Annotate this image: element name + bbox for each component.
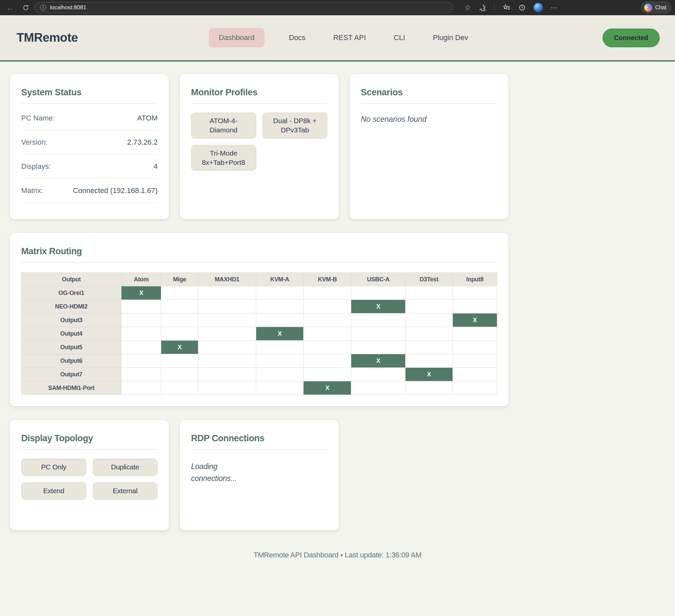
matrix-cell-og-orei1-mige[interactable] <box>161 286 198 300</box>
matrix-row-label: Output5 <box>21 340 122 354</box>
matrix-col-usbc-a: USBC-A <box>351 273 405 286</box>
matrix-cell-sam-hdmi1-port-maxhd1[interactable] <box>198 381 256 395</box>
back-icon[interactable]: ← <box>3 3 17 12</box>
system-status-title: System Status <box>21 87 158 103</box>
url-text: localhost:8081 <box>50 4 86 11</box>
matrix-cell-sam-hdmi1-port-d3test[interactable] <box>405 381 453 395</box>
rdp-loading-text: Loading connections... <box>191 461 246 484</box>
matrix-cell-output7-input8[interactable] <box>453 368 497 381</box>
matrix-cell-neo-hdmi2-usbc-a[interactable]: X <box>351 300 405 313</box>
matrix-cell-output7-kvm-a[interactable] <box>256 368 304 381</box>
copilot-chat-button[interactable]: Chat <box>641 1 672 14</box>
nav-item-rest-api[interactable]: REST API <box>330 28 369 47</box>
address-bar[interactable]: i localhost:8081 <box>34 2 453 13</box>
toolbar-divider <box>494 4 495 11</box>
matrix-cell-output6-d3test[interactable] <box>405 354 453 368</box>
matrix-cell-output7-usbc-a[interactable] <box>351 368 405 381</box>
topology-button-extend[interactable]: Extend <box>21 482 86 500</box>
matrix-cell-output6-atom[interactable] <box>121 354 161 368</box>
matrix-cell-output3-d3test[interactable] <box>405 313 453 327</box>
history-icon[interactable] <box>518 4 526 11</box>
matrix-cell-output6-usbc-a[interactable]: X <box>351 354 405 368</box>
matrix-cell-og-orei1-maxhd1[interactable] <box>198 286 256 300</box>
matrix-cell-output5-d3test[interactable] <box>405 340 453 354</box>
profile-button-dual-dp8k-dpv3tab[interactable]: Dual - DP8k + DPv3Tab <box>262 112 328 139</box>
matrix-cell-output6-kvm-a[interactable] <box>256 354 304 368</box>
matrix-cell-output4-atom[interactable] <box>121 327 161 340</box>
matrix-cell-output5-kvm-b[interactable] <box>304 340 351 354</box>
matrix-cell-og-orei1-input8[interactable] <box>453 286 497 300</box>
matrix-cell-output7-kvm-b[interactable] <box>304 368 351 381</box>
matrix-cell-neo-hdmi2-kvm-a[interactable] <box>256 300 304 313</box>
matrix-cell-neo-hdmi2-input8[interactable] <box>453 300 497 313</box>
matrix-cell-neo-hdmi2-kvm-b[interactable] <box>304 300 351 313</box>
matrix-cell-output7-atom[interactable] <box>121 368 161 381</box>
matrix-cell-output6-mige[interactable] <box>161 354 198 368</box>
browser-menu-icon[interactable]: ⋯ <box>551 4 558 12</box>
matrix-cell-og-orei1-usbc-a[interactable] <box>351 286 405 300</box>
matrix-cell-neo-hdmi2-maxhd1[interactable] <box>198 300 256 313</box>
connection-status-badge: Connected <box>602 28 660 47</box>
profile-button-tri-mode-8x-tab-port8[interactable]: Tri-Mode 8x+Tab+Port8 <box>191 145 256 171</box>
matrix-cell-output4-input8[interactable] <box>453 327 497 340</box>
matrix-cell-output5-usbc-a[interactable] <box>351 340 405 354</box>
matrix-cell-neo-hdmi2-atom[interactable] <box>121 300 161 313</box>
matrix-cell-sam-hdmi1-port-usbc-a[interactable] <box>351 381 405 395</box>
matrix-cell-output3-kvm-b[interactable] <box>304 313 351 327</box>
matrix-cell-output5-kvm-a[interactable] <box>256 340 304 354</box>
matrix-cell-output3-kvm-a[interactable] <box>256 313 304 327</box>
matrix-cell-output3-atom[interactable] <box>121 313 161 327</box>
refresh-icon[interactable] <box>22 4 29 11</box>
matrix-cell-og-orei1-d3test[interactable] <box>405 286 453 300</box>
matrix-cell-output4-kvm-b[interactable] <box>304 327 351 340</box>
topology-button-pc-only[interactable]: PC Only <box>21 458 86 476</box>
matrix-cell-output6-kvm-b[interactable] <box>304 354 351 368</box>
dashboard-content: System Status PC Name:ATOMVersion:2.73.2… <box>10 74 509 530</box>
nav-item-dashboard[interactable]: Dashboard <box>209 28 265 47</box>
matrix-cell-output6-input8[interactable] <box>453 354 497 368</box>
matrix-cell-output4-kvm-a[interactable]: X <box>256 327 304 340</box>
matrix-cell-output3-usbc-a[interactable] <box>351 313 405 327</box>
topology-button-external[interactable]: External <box>93 482 158 500</box>
nav-item-docs[interactable]: Docs <box>286 28 309 47</box>
matrix-cell-output4-usbc-a[interactable] <box>351 327 405 340</box>
matrix-cell-output7-maxhd1[interactable] <box>198 368 256 381</box>
matrix-cell-og-orei1-kvm-a[interactable] <box>256 286 304 300</box>
matrix-cell-output5-mige[interactable]: X <box>161 340 198 354</box>
matrix-cell-output5-atom[interactable] <box>121 340 161 354</box>
nav-item-plugin-dev[interactable]: Plugin Dev <box>430 28 471 47</box>
matrix-cell-output4-mige[interactable] <box>161 327 198 340</box>
system-status-rows: PC Name:ATOMVersion:2.73.26.2Displays:4M… <box>21 106 158 203</box>
main-nav: DashboardDocsREST APICLIPlugin Dev <box>209 28 471 47</box>
nav-item-cli[interactable]: CLI <box>390 28 408 47</box>
matrix-cell-output4-maxhd1[interactable] <box>198 327 256 340</box>
matrix-cell-output3-maxhd1[interactable] <box>198 313 256 327</box>
matrix-cell-output3-mige[interactable] <box>161 313 198 327</box>
matrix-cell-sam-hdmi1-port-atom[interactable] <box>121 381 161 395</box>
matrix-cell-sam-hdmi1-port-kvm-a[interactable] <box>256 381 304 395</box>
matrix-cell-output5-input8[interactable] <box>453 340 497 354</box>
matrix-col-kvm-b: KVM-B <box>304 273 351 286</box>
site-info-icon[interactable]: i <box>40 5 46 11</box>
extensions-icon[interactable] <box>479 4 486 11</box>
profile-avatar[interactable] <box>534 3 543 12</box>
favorites-bar-icon[interactable] <box>503 4 511 12</box>
matrix-row-og-orei1: OG-Orei1X <box>21 286 497 300</box>
matrix-row-label: Output3 <box>21 313 122 327</box>
matrix-cell-sam-hdmi1-port-mige[interactable] <box>161 381 198 395</box>
profile-button-atom-4-diamond[interactable]: ATOM-4-Diamond <box>191 112 256 139</box>
matrix-cell-output7-mige[interactable] <box>161 368 198 381</box>
matrix-cell-og-orei1-kvm-b[interactable] <box>304 286 351 300</box>
matrix-cell-output3-input8[interactable]: X <box>453 313 497 327</box>
matrix-cell-neo-hdmi2-d3test[interactable] <box>405 300 453 313</box>
matrix-cell-output4-d3test[interactable] <box>405 327 453 340</box>
matrix-cell-output6-maxhd1[interactable] <box>198 354 256 368</box>
matrix-cell-output7-d3test[interactable]: X <box>405 368 453 381</box>
matrix-cell-neo-hdmi2-mige[interactable] <box>161 300 198 313</box>
matrix-cell-og-orei1-atom[interactable]: X <box>121 286 161 300</box>
matrix-cell-output5-maxhd1[interactable] <box>198 340 256 354</box>
matrix-cell-sam-hdmi1-port-input8[interactable] <box>453 381 497 395</box>
favorite-star-icon[interactable]: ☆ <box>464 3 471 12</box>
matrix-cell-sam-hdmi1-port-kvm-b[interactable]: X <box>304 381 351 395</box>
topology-button-duplicate[interactable]: Duplicate <box>93 458 158 476</box>
